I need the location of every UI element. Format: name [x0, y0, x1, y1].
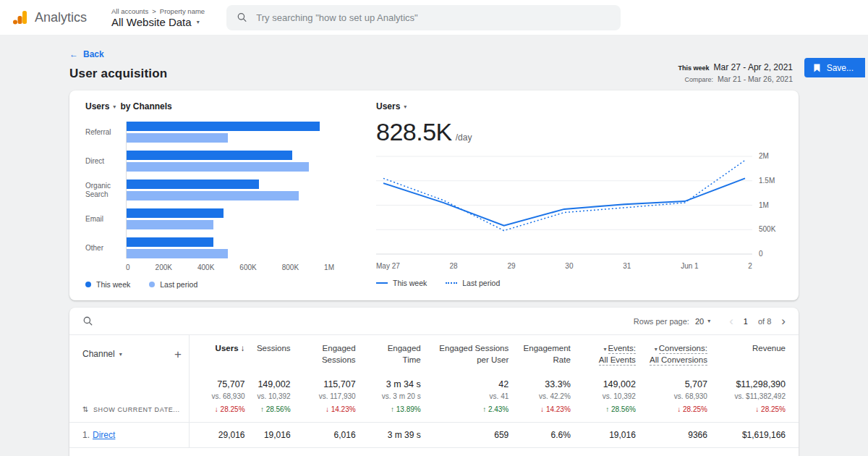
bar-metric-selector[interactable]: Users ▾: [85, 101, 116, 111]
bar-referral-this-week[interactable]: [126, 122, 320, 131]
legend-label: This week: [96, 280, 130, 289]
bar-other-this-week[interactable]: [126, 237, 213, 247]
bar-referral-last-period[interactable]: [126, 133, 228, 143]
back-arrow-icon: ←: [69, 49, 78, 59]
y-axis-tick: 2M: [759, 152, 783, 160]
table-cell: $1,619,166: [707, 423, 786, 447]
delta-badge: ↑ 2.43%: [427, 405, 509, 413]
chevron-down-icon: ▾: [119, 351, 122, 358]
totals-engaged: 115,707vs. 117,930↓ 14.23%: [291, 372, 356, 422]
big-number-suffix: /day: [456, 132, 472, 143]
totals-events: 149,002vs. 10,392↑ 28.56%: [571, 372, 636, 422]
totals-conversions: 5,707vs. 68,930↓ 28.25%: [636, 372, 707, 422]
delta-badge: ↑ 28.56%: [251, 405, 291, 413]
bar-organic-search-last-period[interactable]: [126, 191, 299, 200]
legend-label: Last period: [160, 280, 197, 289]
bar-group-direct: Direct: [85, 151, 334, 172]
bar-direct-last-period[interactable]: [126, 162, 309, 172]
line-metric-selector[interactable]: Users ▾: [376, 101, 407, 111]
prev-page-button[interactable]: ‹: [729, 314, 733, 329]
show-current-date-toggle[interactable]: ⇅ SHOW CURRENT DATE...: [82, 372, 190, 422]
bar-email-last-period[interactable]: [126, 220, 213, 229]
chevron-down-icon: ▾: [197, 19, 200, 25]
big-number: 828.5K: [376, 118, 452, 146]
column-header-sessions[interactable]: Sessions: [245, 335, 291, 372]
column-header-users[interactable]: Users ↓: [190, 335, 245, 372]
table-totals-row: ⇅ SHOW CURRENT DATE... 75,707vs. 68,930↓…: [69, 372, 799, 423]
y-axis-tick: 1M: [759, 201, 783, 209]
legend-this-week: This week: [85, 280, 130, 289]
show-current-date-label: SHOW CURRENT DATE...: [93, 406, 180, 413]
row-divider: [69, 447, 799, 456]
rows-per-page-selector[interactable]: 20 ▾: [695, 317, 710, 326]
date-range-selector[interactable]: This weekMar 27 - Apr 2, 2021 Compare:Ma…: [678, 62, 793, 83]
line-series-this-week: [383, 178, 745, 225]
table-row[interactable]: 1.Direct29,01619,0166,0163 m 39 s6596.6%…: [69, 423, 799, 447]
this-week-dot-icon: [85, 282, 91, 287]
column-header-engaged[interactable]: EngagedTime: [356, 335, 421, 372]
bar-organic-search-this-week[interactable]: [126, 180, 259, 189]
chevron-down-icon: ▾: [404, 104, 407, 110]
last-period-dot-icon: [149, 282, 155, 287]
compare-range: Mar 21 - Mar 26, 2021: [718, 75, 793, 83]
bar-direct-this-week[interactable]: [126, 151, 292, 160]
line-chart-svg: [376, 149, 752, 258]
column-header-engaged[interactable]: EngagedSessions: [291, 335, 356, 372]
analytics-home-link[interactable]: Analytics: [12, 9, 87, 26]
bar-category-label: Other: [85, 244, 126, 253]
sort-updown-icon: ⇅: [82, 405, 89, 413]
delta-badge: ↓ 14.23%: [514, 405, 571, 413]
bar-category-label: Direct: [85, 157, 126, 166]
next-page-button[interactable]: ›: [781, 314, 786, 329]
pagination: ‹ 1 of 8 ›: [729, 314, 786, 329]
page-header: ← Back User acquisition This weekMar 27 …: [0, 35, 868, 90]
page-total: of 8: [758, 317, 771, 326]
add-dimension-button[interactable]: +: [174, 348, 182, 360]
save-label: Save...: [827, 63, 854, 73]
analytics-logo-icon: [12, 9, 29, 26]
channel-dimension-selector[interactable]: Channel ▾: [82, 349, 122, 359]
totals-revenue: $11,298,390vs. $11,382,492↓ 28.25%: [707, 372, 786, 422]
table-search-button[interactable]: [82, 316, 93, 326]
rows-per-page: Rows per page: 20 ▾: [634, 317, 710, 326]
line-x-axis: May 2728293031Jun 12: [376, 262, 752, 270]
property-name: All Website Data: [111, 16, 192, 28]
column-header-conversions[interactable]: ▾Conversions:All Conversions: [636, 335, 707, 372]
table-cell: 19,016: [571, 423, 636, 447]
solid-line-icon: [376, 282, 388, 284]
table-toolbar: Rows per page: 20 ▾ ‹ 1 of 8 ›: [69, 308, 799, 335]
legend-this-week: This week: [376, 279, 427, 287]
property-block: All accounts > Property name All Website…: [111, 7, 205, 28]
line-metric-label: Users: [376, 101, 400, 111]
column-header-revenue[interactable]: Revenue: [707, 335, 786, 372]
this-week-label: This week: [678, 64, 710, 72]
bar-chart-plot: ReferralDirectOrganic SearchEmailOther: [85, 122, 334, 258]
table-cell: 19,016: [245, 423, 291, 447]
global-search-bar[interactable]: [226, 5, 621, 30]
dotted-line-icon: [446, 282, 457, 284]
column-header-events[interactable]: ▾Events:All Events: [571, 335, 636, 372]
delta-badge: ↓ 28.25%: [195, 405, 245, 413]
bar-category-label: Organic Search: [85, 182, 126, 199]
bar-category-label: Referral: [85, 128, 126, 137]
save-button[interactable]: Save...: [804, 58, 865, 77]
column-header-engaged-sessions[interactable]: Engaged Sessionsper User: [421, 335, 509, 372]
app-name: Analytics: [35, 10, 87, 25]
bookmark-icon: [813, 64, 821, 72]
bar-other-last-period[interactable]: [126, 249, 228, 258]
back-button[interactable]: ← Back: [69, 49, 104, 59]
search-input[interactable]: [256, 12, 610, 23]
bar-email-this-week[interactable]: [126, 208, 224, 218]
table-cell: 3 m 39 s: [356, 423, 421, 447]
column-header-engagement[interactable]: EngagementRate: [509, 335, 571, 372]
table-cell: 6.6%: [509, 423, 571, 447]
channel-link[interactable]: Direct: [93, 430, 115, 440]
bar-group-email: Email: [85, 208, 334, 229]
bar-group-referral: Referral: [85, 122, 334, 143]
delta-badge: ↓ 14.23%: [297, 405, 356, 413]
property-selector[interactable]: All Website Data ▾: [111, 16, 205, 28]
bar-group-other: Other: [85, 237, 334, 258]
breadcrumb: All accounts > Property name: [111, 7, 205, 15]
line-legend: This week Last period: [376, 279, 783, 287]
rows-per-page-value: 20: [695, 317, 704, 326]
